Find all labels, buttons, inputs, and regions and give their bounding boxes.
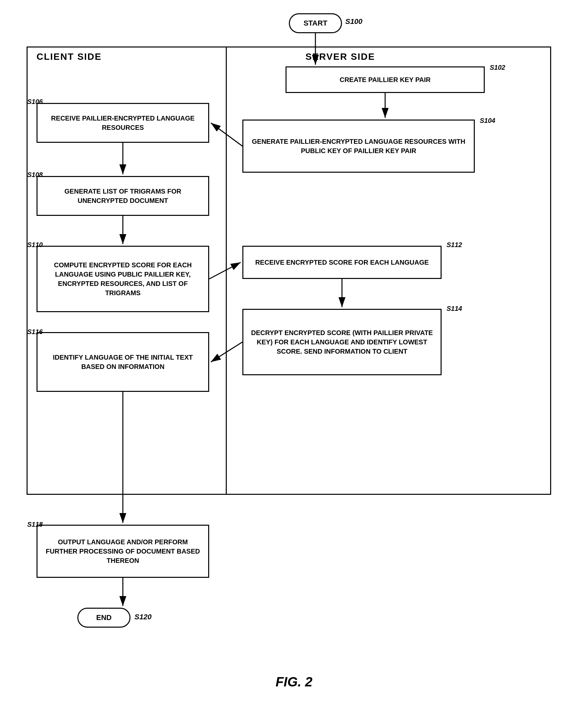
label-s106: S106 [27, 98, 43, 106]
label-s102: S102 [490, 64, 505, 71]
s118-text: OUTPUT LANGUAGE AND/OR PERFORM FURTHER P… [41, 537, 204, 565]
label-s110: S110 [27, 241, 43, 249]
box-s114: DECRYPT ENCRYPTED SCORE (WITH PAILLIER P… [242, 309, 441, 375]
s108-text: GENERATE LIST OF TRIGRAMS FOR UNENCRYPTE… [41, 187, 204, 205]
label-s100: S100 [345, 17, 362, 26]
box-s102: CREATE PAILLIER KEY PAIR [285, 67, 485, 93]
label-s114: S114 [446, 305, 462, 312]
label-s118: S118 [27, 521, 43, 528]
box-s106: RECEIVE PAILLIER-ENCRYPTED LANGUAGE RESO… [37, 103, 209, 143]
label-s120: S120 [134, 613, 151, 621]
label-s108: S108 [27, 171, 43, 179]
client-side-header: CLIENT SIDE [37, 51, 102, 62]
box-s118: OUTPUT LANGUAGE AND/OR PERFORM FURTHER P… [37, 525, 209, 578]
s102-text: CREATE PAILLIER KEY PAIR [340, 75, 431, 84]
label-s116: S116 [27, 328, 43, 336]
start-oval: START [289, 13, 342, 33]
box-s104: GENERATE PAILLIER-ENCRYPTED LANGUAGE RES… [242, 120, 475, 173]
box-s110: COMPUTE ENCRYPTED SCORE FOR EACH LANGUAG… [37, 246, 209, 312]
s110-text: COMPUTE ENCRYPTED SCORE FOR EACH LANGUAG… [41, 260, 204, 298]
s112-text: RECEIVE ENCRYPTED SCORE FOR EACH LANGUAG… [255, 258, 429, 267]
s116-text: IDENTIFY LANGUAGE OF THE INITIAL TEXT BA… [41, 353, 204, 371]
box-s116: IDENTIFY LANGUAGE OF THE INITIAL TEXT BA… [37, 332, 209, 392]
fig-caption: FIG. 2 [276, 674, 312, 690]
s114-text: DECRYPT ENCRYPTED SCORE (WITH PAILLIER P… [247, 328, 437, 356]
box-s108: GENERATE LIST OF TRIGRAMS FOR UNENCRYPTE… [37, 176, 209, 216]
s104-text: GENERATE PAILLIER-ENCRYPTED LANGUAGE RES… [247, 137, 470, 155]
label-s104: S104 [480, 117, 495, 124]
diagram-container: START S100 CLIENT SIDE SERVER SIDE CREAT… [0, 0, 588, 706]
start-label: START [304, 19, 327, 28]
end-label: END [96, 613, 112, 622]
column-divider [226, 46, 227, 495]
s106-text: RECEIVE PAILLIER-ENCRYPTED LANGUAGE RESO… [41, 114, 204, 132]
label-s112: S112 [446, 241, 462, 249]
server-side-header: SERVER SIDE [306, 51, 375, 62]
box-s112: RECEIVE ENCRYPTED SCORE FOR EACH LANGUAG… [242, 246, 441, 279]
end-oval: END [77, 608, 130, 628]
